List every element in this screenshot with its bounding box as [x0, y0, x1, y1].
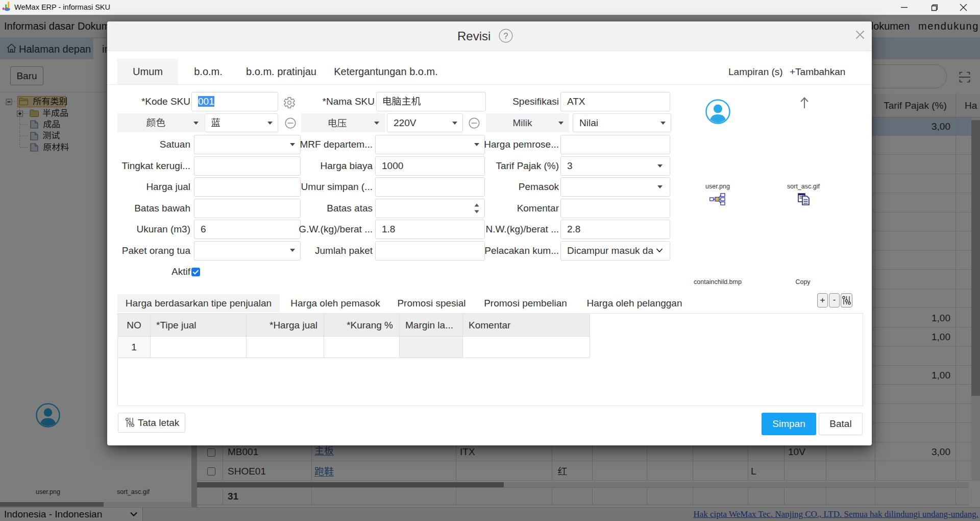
svg-text:?: ?: [504, 32, 508, 40]
